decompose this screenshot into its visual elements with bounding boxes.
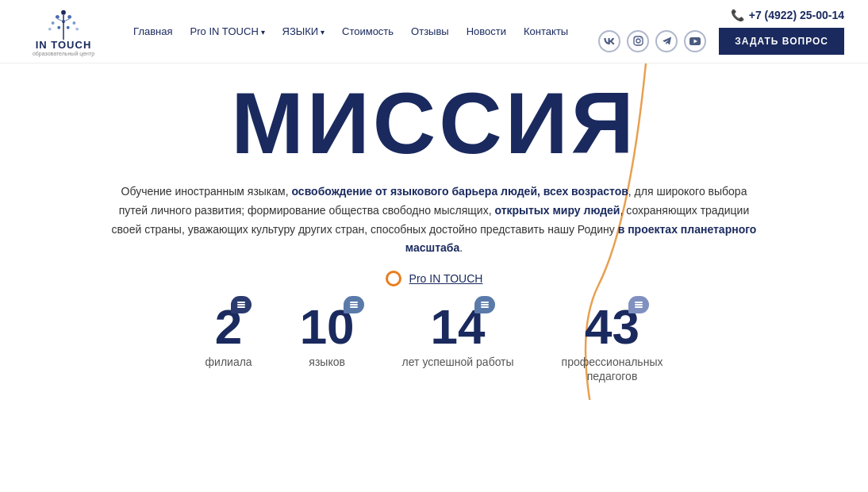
stat-teachers-label: профессиональныхпедагогов bbox=[562, 355, 663, 383]
pro-link-icon bbox=[386, 271, 401, 286]
nav-kontakty[interactable]: Контакты bbox=[524, 25, 568, 37]
logo-subtitle: образовательный центр bbox=[33, 51, 94, 56]
social-vk[interactable] bbox=[598, 30, 620, 52]
stat-years-label: лет успешной работы bbox=[402, 355, 514, 369]
social-youtube[interactable] bbox=[684, 30, 706, 52]
svg-line-12 bbox=[63, 19, 70, 21]
pro-link[interactable]: Pro IN TOUCH bbox=[409, 272, 483, 285]
stat-filials-number: 2 bbox=[215, 302, 242, 352]
svg-point-2 bbox=[67, 15, 71, 19]
svg-point-6 bbox=[48, 28, 52, 31]
header-right: 📞 +7 (4922) 25-00-14 ЗАДАТЬ ВОПРОС bbox=[598, 9, 844, 55]
stat-filials: 2 филиала bbox=[205, 302, 252, 383]
stat-years: 14 лет успешной работы bbox=[402, 302, 514, 383]
logo-title: IN TOUCH bbox=[36, 40, 92, 51]
nav-stoimost[interactable]: Стоимость bbox=[342, 25, 394, 37]
social-telegram[interactable] bbox=[655, 30, 678, 52]
stat-bubble-4 bbox=[628, 296, 649, 313]
mission-title: МИССИЯ bbox=[63, 79, 805, 167]
nav-pro[interactable]: Pro IN TOUCH bbox=[190, 25, 265, 37]
svg-point-3 bbox=[52, 21, 55, 25]
stats-row: 2 филиала 10 языков 14 лет успешной рабо… bbox=[63, 302, 805, 383]
svg-point-7 bbox=[57, 26, 60, 29]
svg-point-8 bbox=[67, 26, 70, 29]
phone-icon: 📞 bbox=[731, 9, 744, 21]
svg-point-5 bbox=[72, 21, 75, 25]
pro-link-row: Pro IN TOUCH bbox=[63, 271, 805, 286]
header: IN TOUCH образовательный центр Главная P… bbox=[0, 0, 868, 63]
phone-number: +7 (4922) 25-00-14 bbox=[749, 9, 844, 21]
svg-point-15 bbox=[640, 37, 641, 38]
stat-bubble-1 bbox=[231, 296, 252, 313]
stat-languages: 10 языков bbox=[300, 302, 355, 383]
svg-point-14 bbox=[636, 39, 640, 43]
svg-point-1 bbox=[56, 15, 60, 19]
stat-teachers: 43 профессиональныхпедагогов bbox=[562, 302, 663, 383]
logo-icon bbox=[43, 6, 84, 40]
stat-bubble-3 bbox=[474, 296, 495, 313]
nav-otzyvy[interactable]: Отзывы bbox=[411, 25, 449, 37]
stat-years-number: 14 bbox=[431, 302, 486, 352]
nav-yazyki[interactable]: ЯЗЫКИ bbox=[282, 25, 325, 37]
logo: IN TOUCH образовательный центр bbox=[24, 6, 103, 56]
svg-point-9 bbox=[75, 28, 79, 31]
ask-button[interactable]: ЗАДАТЬ ВОПРОС bbox=[719, 28, 844, 55]
stat-filials-label: филиала bbox=[205, 355, 252, 369]
mission-text: Обучение иностранным языкам, освобождени… bbox=[109, 183, 759, 258]
nav-novosti[interactable]: Новости bbox=[467, 25, 506, 37]
stat-teachers-number: 43 bbox=[585, 302, 639, 352]
social-row bbox=[598, 30, 706, 52]
svg-line-11 bbox=[57, 19, 63, 21]
main-nav: Главная Pro IN TOUCH ЯЗЫКИ Стоимость Отз… bbox=[133, 25, 568, 37]
main-content: МИССИЯ Обучение иностранным языкам, осво… bbox=[0, 63, 868, 400]
nav-glavnaya[interactable]: Главная bbox=[133, 25, 172, 37]
stat-languages-number: 10 bbox=[300, 302, 355, 352]
stat-bubble-2 bbox=[344, 296, 364, 313]
social-instagram[interactable] bbox=[627, 30, 649, 52]
stat-languages-label: языков bbox=[309, 355, 345, 369]
phone-row: 📞 +7 (4922) 25-00-14 bbox=[731, 9, 844, 21]
svg-point-0 bbox=[61, 10, 66, 15]
